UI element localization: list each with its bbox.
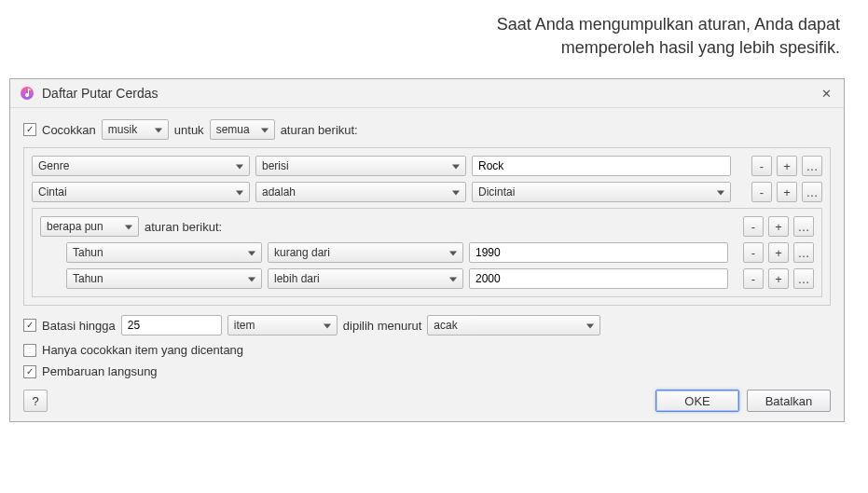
rule-field-select[interactable]: Tahun	[66, 268, 262, 289]
rule-value-select[interactable]: Dicintai	[472, 182, 731, 202]
match-label: Cocokkan	[42, 123, 96, 137]
remove-rule-button[interactable]: -	[743, 268, 764, 289]
nest-rule-button[interactable]: …	[793, 268, 814, 289]
check-icon: ✓	[26, 367, 34, 377]
add-rule-button[interactable]: +	[768, 268, 789, 289]
rule-value-input[interactable]	[472, 156, 731, 176]
svg-point-0	[21, 87, 34, 100]
rule-row: Tahun kurang dari - + …	[40, 242, 814, 263]
add-rule-button[interactable]: +	[768, 216, 789, 237]
rules-container: Genre berisi - + … Cintai adalah Dicinta…	[23, 147, 831, 306]
rule-op-select[interactable]: lebih dari	[268, 268, 463, 289]
rule-field-select[interactable]: Cintai	[32, 182, 250, 202]
match-checkbox[interactable]: ✓	[23, 123, 36, 136]
for-label: untuk	[174, 123, 204, 137]
cancel-button[interactable]: Batalkan	[747, 390, 831, 412]
only-checked-checkbox[interactable]	[23, 344, 36, 357]
limit-by-select[interactable]: acak	[427, 315, 600, 336]
add-rule-button[interactable]: +	[768, 242, 789, 263]
allany-select[interactable]: semua	[210, 119, 275, 140]
add-rule-button[interactable]: +	[777, 156, 797, 176]
rule-field-select[interactable]: Genre	[32, 156, 250, 176]
nested-mode-select[interactable]: berapa pun	[40, 216, 139, 237]
nest-rule-button[interactable]: …	[802, 182, 822, 202]
rule-op-select[interactable]: berisi	[255, 156, 466, 176]
limit-unit-select[interactable]: item	[227, 315, 338, 336]
add-rule-button[interactable]: +	[777, 182, 797, 202]
rule-op-select[interactable]: kurang dari	[268, 242, 463, 263]
window-title: Daftar Putar Cerdas	[42, 86, 818, 101]
close-icon: ✕	[821, 87, 832, 101]
music-app-icon	[20, 86, 34, 101]
annotation-caption: Saat Anda mengumpulkan aturan, Anda dapa…	[0, 0, 868, 69]
caption-line2: memperoleh hasil yang lebih spesifik.	[561, 38, 840, 57]
rule-field-select[interactable]: Tahun	[66, 242, 262, 263]
only-checked-row: Hanya cocokkan item yang dicentang	[23, 343, 831, 357]
smart-playlist-dialog: Daftar Putar Cerdas ✕ ✓ Cocokkan musik u…	[9, 78, 845, 422]
media-type-select[interactable]: musik	[102, 119, 169, 140]
rule-row: Cintai adalah Dicintai - + …	[32, 182, 822, 202]
nested-suffix: aturan berikut:	[145, 220, 222, 234]
limit-value-input[interactable]	[121, 315, 222, 336]
nested-header-row: berapa pun aturan berikut: - + …	[40, 216, 814, 237]
titlebar: Daftar Putar Cerdas ✕	[10, 79, 844, 108]
limit-label: Batasi hingga	[42, 319, 116, 333]
limit-checkbox[interactable]: ✓	[23, 319, 36, 332]
nest-rule-button[interactable]: …	[793, 242, 814, 263]
live-update-label: Pembaruan langsung	[42, 364, 158, 378]
remove-rule-button[interactable]: -	[751, 182, 772, 202]
remove-rule-button[interactable]: -	[743, 242, 764, 263]
check-icon: ✓	[26, 321, 34, 330]
help-button[interactable]: ?	[23, 390, 48, 412]
rule-value-input[interactable]	[469, 268, 728, 289]
nested-rule-group: berapa pun aturan berikut: - + … Tahun k…	[32, 208, 822, 297]
check-icon: ✓	[26, 125, 34, 134]
limit-by-label: dipilih menurut	[343, 319, 422, 333]
rule-value-input[interactable]	[469, 242, 728, 263]
nest-rule-button[interactable]: …	[802, 156, 822, 176]
rule-row: Genre berisi - + …	[32, 156, 822, 176]
limit-row: ✓ Batasi hingga item dipilih menurut aca…	[23, 315, 831, 336]
close-button[interactable]: ✕	[818, 85, 834, 102]
only-checked-label: Hanya cocokkan item yang dicentang	[42, 343, 243, 357]
live-update-row: ✓ Pembaruan langsung	[23, 364, 831, 378]
caption-line1: Saat Anda mengumpulkan aturan, Anda dapa…	[497, 15, 840, 34]
dialog-body: ✓ Cocokkan musik untuk semua aturan beri…	[10, 108, 844, 421]
match-suffix: aturan berikut:	[281, 123, 358, 137]
live-update-checkbox[interactable]: ✓	[23, 365, 36, 378]
ok-button[interactable]: OKE	[655, 390, 739, 412]
dialog-footer: ? OKE Batalkan	[23, 390, 831, 412]
remove-rule-button[interactable]: -	[751, 156, 772, 176]
rule-op-select[interactable]: adalah	[255, 182, 466, 202]
rule-row: Tahun lebih dari - + …	[40, 268, 814, 289]
nest-rule-button[interactable]: …	[793, 216, 814, 237]
match-row: ✓ Cocokkan musik untuk semua aturan beri…	[23, 119, 831, 140]
remove-rule-button[interactable]: -	[743, 216, 764, 237]
